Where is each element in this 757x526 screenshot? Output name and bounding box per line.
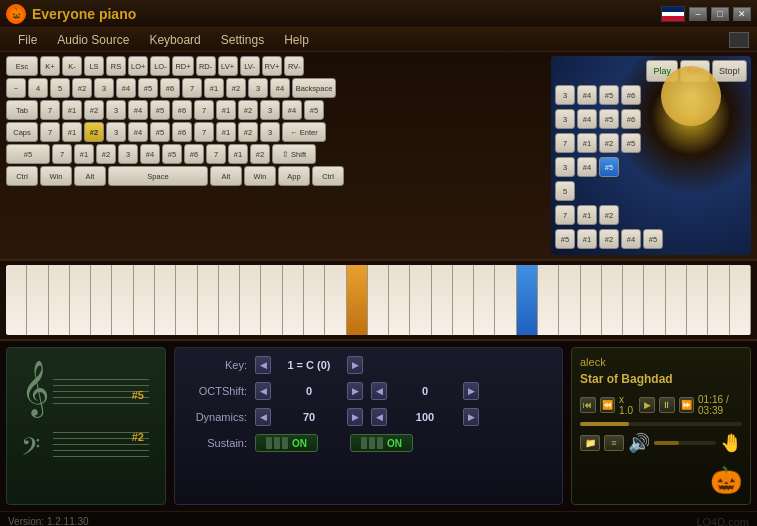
key-caps[interactable]: Caps: [6, 122, 38, 142]
file-button[interactable]: 📁: [580, 435, 600, 451]
key-rv-plus[interactable]: RV+: [262, 56, 283, 76]
key-3-3[interactable]: 3: [106, 100, 126, 120]
octshift1-arrow-left[interactable]: ◀: [255, 382, 271, 400]
piano-key-e2[interactable]: [198, 265, 219, 335]
piano-key-e5[interactable]: [644, 265, 665, 335]
piano-key-a4[interactable]: [559, 265, 580, 335]
rk-3-2[interactable]: 3: [555, 109, 575, 129]
key-tilde[interactable]: ~: [6, 78, 26, 98]
key-3-5[interactable]: 3: [106, 122, 126, 142]
pause-button[interactable]: ⏸: [659, 397, 675, 413]
volume-slider[interactable]: [654, 441, 716, 445]
key-s1-6[interactable]: #1: [74, 144, 94, 164]
key-space[interactable]: Space: [108, 166, 208, 186]
rk-s6-2[interactable]: #6: [621, 109, 641, 129]
rk-s5-2[interactable]: #5: [599, 109, 619, 129]
speaker-icon[interactable]: 🔊: [628, 432, 650, 454]
piano-key-a3[interactable]: [410, 265, 431, 335]
piano-key-e1[interactable]: [49, 265, 70, 335]
key-s6-3[interactable]: #6: [172, 122, 192, 142]
sustain2-toggle[interactable]: ON: [350, 434, 413, 452]
rk-3-3[interactable]: 3: [555, 157, 575, 177]
key-k-plus[interactable]: K+: [40, 56, 60, 76]
key-s2-6[interactable]: #2: [96, 144, 116, 164]
rk-s5-5[interactable]: #5: [643, 229, 663, 249]
piano-key-e3[interactable]: [347, 265, 368, 335]
key-s2-4[interactable]: #2: [238, 100, 258, 120]
rk-s2-3[interactable]: #2: [599, 229, 619, 249]
key-5-1[interactable]: 5: [50, 78, 70, 98]
key-s2-7[interactable]: #2: [250, 144, 270, 164]
key-s1-3[interactable]: #1: [216, 100, 236, 120]
key-s1-5[interactable]: #1: [216, 122, 236, 142]
key-arrow-right[interactable]: ▶: [347, 356, 363, 374]
menu-settings[interactable]: Settings: [211, 30, 274, 50]
key-7-1[interactable]: 7: [182, 78, 202, 98]
rk-7-2[interactable]: 7: [555, 205, 575, 225]
piano-key-b4[interactable]: [581, 265, 602, 335]
menu-help[interactable]: Help: [274, 30, 319, 50]
key-enter[interactable]: ← Enter: [282, 122, 326, 142]
key-s4-2[interactable]: #4: [270, 78, 290, 98]
piano-key-d5[interactable]: [623, 265, 644, 335]
piano-key-c5[interactable]: [602, 265, 623, 335]
key-s2-3[interactable]: #2: [84, 100, 104, 120]
key-s2-hi[interactable]: #2: [84, 122, 104, 142]
rk-s1-2[interactable]: #1: [577, 205, 597, 225]
close-button[interactable]: ✕: [733, 7, 751, 21]
key-s4-3[interactable]: #4: [128, 100, 148, 120]
key-3-2[interactable]: 3: [248, 78, 268, 98]
rk-s5-1[interactable]: #5: [599, 85, 619, 105]
piano-key-b2[interactable]: [283, 265, 304, 335]
key-s4-5[interactable]: #4: [128, 122, 148, 142]
octshift2-arrow-left[interactable]: ◀: [371, 382, 387, 400]
piano-key-e4[interactable]: [495, 265, 516, 335]
key-lo-minus[interactable]: LO-: [150, 56, 170, 76]
key-s5-1[interactable]: #5: [138, 78, 158, 98]
key-s1-7[interactable]: #1: [228, 144, 248, 164]
piano-key-c1[interactable]: [6, 265, 27, 335]
key-3-6[interactable]: 3: [260, 122, 280, 142]
key-lo-plus[interactable]: LO+: [128, 56, 148, 76]
piano-key-c3[interactable]: [304, 265, 325, 335]
key-7-7[interactable]: 7: [206, 144, 226, 164]
piano-key-f4[interactable]: [517, 265, 538, 335]
key-ls[interactable]: LS: [84, 56, 104, 76]
key-alt-r[interactable]: Alt: [210, 166, 242, 186]
piano-key-b5[interactable]: [730, 265, 751, 335]
piano-key-d1[interactable]: [27, 265, 48, 335]
rk-s4-2[interactable]: #4: [577, 109, 597, 129]
piano-key-g4[interactable]: [538, 265, 559, 335]
piano-key-b1[interactable]: [134, 265, 155, 335]
key-s5-3[interactable]: #5: [304, 100, 324, 120]
key-7-2[interactable]: 7: [40, 100, 60, 120]
piano-key-c4[interactable]: [453, 265, 474, 335]
key-s1-1[interactable]: #1: [204, 78, 224, 98]
key-rs[interactable]: RS: [106, 56, 126, 76]
rk-s4-1[interactable]: #4: [577, 85, 597, 105]
rk-3-1[interactable]: 3: [555, 85, 575, 105]
key-3-1[interactable]: 3: [94, 78, 114, 98]
stop-button[interactable]: Stop!: [712, 60, 747, 82]
piano-key-g5[interactable]: [687, 265, 708, 335]
key-s6-2[interactable]: #6: [172, 100, 192, 120]
piano-key-a5[interactable]: [708, 265, 729, 335]
key-s1-4[interactable]: #1: [62, 122, 82, 142]
key-s5-5[interactable]: #5: [162, 144, 182, 164]
key-backspace[interactable]: Backspace: [292, 78, 336, 98]
dynamics1-arrow-right[interactable]: ▶: [347, 408, 363, 426]
rk-s6-1[interactable]: #6: [621, 85, 641, 105]
menu-audio-source[interactable]: Audio Source: [47, 30, 139, 50]
piano-key-d3[interactable]: [325, 265, 346, 335]
key-s5-2[interactable]: #5: [150, 100, 170, 120]
key-esc[interactable]: Esc: [6, 56, 38, 76]
key-app[interactable]: App: [278, 166, 310, 186]
rk-s2-2[interactable]: #2: [599, 205, 619, 225]
piano-key-g2[interactable]: [240, 265, 261, 335]
key-7-3[interactable]: 7: [194, 100, 214, 120]
rk-s2-1[interactable]: #2: [599, 133, 619, 153]
piano-key-d2[interactable]: [176, 265, 197, 335]
key-7-6[interactable]: 7: [52, 144, 72, 164]
rk-s5-3[interactable]: #5: [621, 133, 641, 153]
key-ctrl-r[interactable]: Ctrl: [312, 166, 344, 186]
